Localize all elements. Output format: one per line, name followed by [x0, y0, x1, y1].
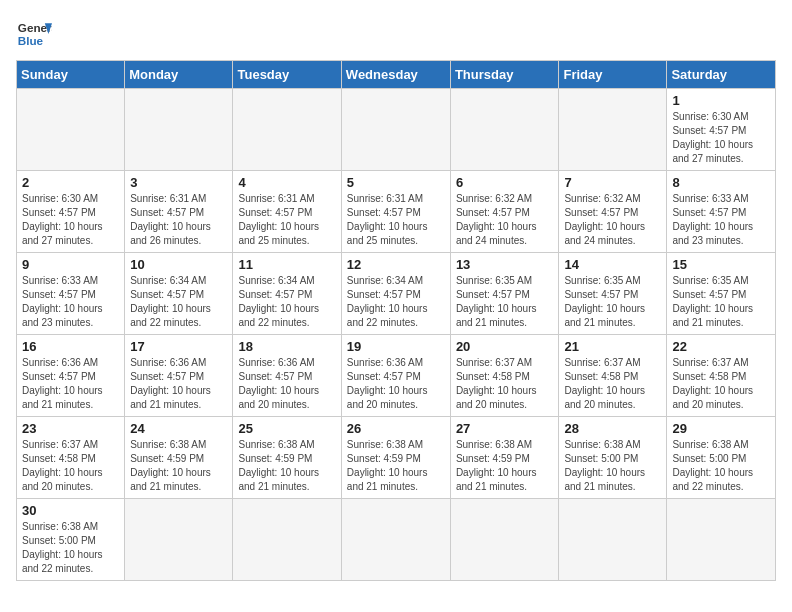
day-info: Sunrise: 6:38 AM Sunset: 5:00 PM Dayligh…: [22, 520, 119, 576]
day-number: 5: [347, 175, 445, 190]
day-info: Sunrise: 6:38 AM Sunset: 4:59 PM Dayligh…: [238, 438, 335, 494]
calendar-cell: 11Sunrise: 6:34 AM Sunset: 4:57 PM Dayli…: [233, 253, 341, 335]
calendar-cell: [667, 499, 776, 581]
calendar-cell: 30Sunrise: 6:38 AM Sunset: 5:00 PM Dayli…: [17, 499, 125, 581]
calendar-week-row: 30Sunrise: 6:38 AM Sunset: 5:00 PM Dayli…: [17, 499, 776, 581]
svg-text:Blue: Blue: [18, 34, 44, 47]
day-number: 12: [347, 257, 445, 272]
day-number: 2: [22, 175, 119, 190]
calendar-cell: [17, 89, 125, 171]
day-info: Sunrise: 6:30 AM Sunset: 4:57 PM Dayligh…: [22, 192, 119, 248]
calendar-cell: 2Sunrise: 6:30 AM Sunset: 4:57 PM Daylig…: [17, 171, 125, 253]
day-info: Sunrise: 6:35 AM Sunset: 4:57 PM Dayligh…: [672, 274, 770, 330]
day-number: 19: [347, 339, 445, 354]
day-info: Sunrise: 6:31 AM Sunset: 4:57 PM Dayligh…: [347, 192, 445, 248]
day-number: 29: [672, 421, 770, 436]
day-number: 25: [238, 421, 335, 436]
calendar-cell: [559, 499, 667, 581]
calendar-cell: 7Sunrise: 6:32 AM Sunset: 4:57 PM Daylig…: [559, 171, 667, 253]
calendar-cell: 29Sunrise: 6:38 AM Sunset: 5:00 PM Dayli…: [667, 417, 776, 499]
day-info: Sunrise: 6:38 AM Sunset: 5:00 PM Dayligh…: [564, 438, 661, 494]
calendar-week-row: 16Sunrise: 6:36 AM Sunset: 4:57 PM Dayli…: [17, 335, 776, 417]
day-info: Sunrise: 6:36 AM Sunset: 4:57 PM Dayligh…: [347, 356, 445, 412]
calendar-cell: [341, 89, 450, 171]
calendar-cell: 17Sunrise: 6:36 AM Sunset: 4:57 PM Dayli…: [125, 335, 233, 417]
day-info: Sunrise: 6:36 AM Sunset: 4:57 PM Dayligh…: [130, 356, 227, 412]
day-number: 11: [238, 257, 335, 272]
day-number: 14: [564, 257, 661, 272]
calendar-cell: 21Sunrise: 6:37 AM Sunset: 4:58 PM Dayli…: [559, 335, 667, 417]
calendar-cell: [450, 499, 559, 581]
calendar-cell: [125, 89, 233, 171]
day-number: 9: [22, 257, 119, 272]
page-header: General Blue: [16, 16, 776, 52]
calendar-cell: 5Sunrise: 6:31 AM Sunset: 4:57 PM Daylig…: [341, 171, 450, 253]
column-header-wednesday: Wednesday: [341, 61, 450, 89]
day-number: 27: [456, 421, 554, 436]
day-number: 23: [22, 421, 119, 436]
day-info: Sunrise: 6:33 AM Sunset: 4:57 PM Dayligh…: [672, 192, 770, 248]
day-info: Sunrise: 6:32 AM Sunset: 4:57 PM Dayligh…: [564, 192, 661, 248]
calendar-cell: 18Sunrise: 6:36 AM Sunset: 4:57 PM Dayli…: [233, 335, 341, 417]
day-info: Sunrise: 6:38 AM Sunset: 4:59 PM Dayligh…: [130, 438, 227, 494]
calendar-cell: 13Sunrise: 6:35 AM Sunset: 4:57 PM Dayli…: [450, 253, 559, 335]
day-number: 3: [130, 175, 227, 190]
day-number: 15: [672, 257, 770, 272]
day-number: 28: [564, 421, 661, 436]
calendar-cell: 15Sunrise: 6:35 AM Sunset: 4:57 PM Dayli…: [667, 253, 776, 335]
day-info: Sunrise: 6:37 AM Sunset: 4:58 PM Dayligh…: [564, 356, 661, 412]
day-number: 1: [672, 93, 770, 108]
day-info: Sunrise: 6:34 AM Sunset: 4:57 PM Dayligh…: [347, 274, 445, 330]
calendar-cell: 20Sunrise: 6:37 AM Sunset: 4:58 PM Dayli…: [450, 335, 559, 417]
calendar-cell: 6Sunrise: 6:32 AM Sunset: 4:57 PM Daylig…: [450, 171, 559, 253]
column-header-tuesday: Tuesday: [233, 61, 341, 89]
day-number: 21: [564, 339, 661, 354]
day-info: Sunrise: 6:38 AM Sunset: 4:59 PM Dayligh…: [456, 438, 554, 494]
calendar-cell: 8Sunrise: 6:33 AM Sunset: 4:57 PM Daylig…: [667, 171, 776, 253]
calendar-cell: 3Sunrise: 6:31 AM Sunset: 4:57 PM Daylig…: [125, 171, 233, 253]
day-number: 8: [672, 175, 770, 190]
calendar-cell: 12Sunrise: 6:34 AM Sunset: 4:57 PM Dayli…: [341, 253, 450, 335]
day-info: Sunrise: 6:37 AM Sunset: 4:58 PM Dayligh…: [672, 356, 770, 412]
calendar-week-row: 2Sunrise: 6:30 AM Sunset: 4:57 PM Daylig…: [17, 171, 776, 253]
calendar-cell: 24Sunrise: 6:38 AM Sunset: 4:59 PM Dayli…: [125, 417, 233, 499]
day-info: Sunrise: 6:30 AM Sunset: 4:57 PM Dayligh…: [672, 110, 770, 166]
day-info: Sunrise: 6:34 AM Sunset: 4:57 PM Dayligh…: [238, 274, 335, 330]
calendar-cell: 1Sunrise: 6:30 AM Sunset: 4:57 PM Daylig…: [667, 89, 776, 171]
calendar-cell: [341, 499, 450, 581]
logo-icon: General Blue: [16, 16, 52, 52]
day-info: Sunrise: 6:37 AM Sunset: 4:58 PM Dayligh…: [456, 356, 554, 412]
column-header-friday: Friday: [559, 61, 667, 89]
calendar-header-row: SundayMondayTuesdayWednesdayThursdayFrid…: [17, 61, 776, 89]
calendar-cell: [233, 89, 341, 171]
day-number: 24: [130, 421, 227, 436]
day-info: Sunrise: 6:33 AM Sunset: 4:57 PM Dayligh…: [22, 274, 119, 330]
calendar-cell: 27Sunrise: 6:38 AM Sunset: 4:59 PM Dayli…: [450, 417, 559, 499]
day-number: 13: [456, 257, 554, 272]
calendar-week-row: 9Sunrise: 6:33 AM Sunset: 4:57 PM Daylig…: [17, 253, 776, 335]
column-header-saturday: Saturday: [667, 61, 776, 89]
day-info: Sunrise: 6:36 AM Sunset: 4:57 PM Dayligh…: [22, 356, 119, 412]
calendar-cell: [125, 499, 233, 581]
day-info: Sunrise: 6:35 AM Sunset: 4:57 PM Dayligh…: [456, 274, 554, 330]
day-number: 6: [456, 175, 554, 190]
day-info: Sunrise: 6:32 AM Sunset: 4:57 PM Dayligh…: [456, 192, 554, 248]
calendar-cell: [559, 89, 667, 171]
calendar-cell: 26Sunrise: 6:38 AM Sunset: 4:59 PM Dayli…: [341, 417, 450, 499]
day-number: 20: [456, 339, 554, 354]
calendar-cell: 10Sunrise: 6:34 AM Sunset: 4:57 PM Dayli…: [125, 253, 233, 335]
day-info: Sunrise: 6:37 AM Sunset: 4:58 PM Dayligh…: [22, 438, 119, 494]
day-info: Sunrise: 6:36 AM Sunset: 4:57 PM Dayligh…: [238, 356, 335, 412]
calendar-week-row: 1Sunrise: 6:30 AM Sunset: 4:57 PM Daylig…: [17, 89, 776, 171]
day-number: 16: [22, 339, 119, 354]
day-number: 4: [238, 175, 335, 190]
calendar-cell: 22Sunrise: 6:37 AM Sunset: 4:58 PM Dayli…: [667, 335, 776, 417]
calendar-cell: 19Sunrise: 6:36 AM Sunset: 4:57 PM Dayli…: [341, 335, 450, 417]
day-info: Sunrise: 6:38 AM Sunset: 4:59 PM Dayligh…: [347, 438, 445, 494]
day-info: Sunrise: 6:35 AM Sunset: 4:57 PM Dayligh…: [564, 274, 661, 330]
day-number: 30: [22, 503, 119, 518]
column-header-monday: Monday: [125, 61, 233, 89]
day-number: 18: [238, 339, 335, 354]
calendar-week-row: 23Sunrise: 6:37 AM Sunset: 4:58 PM Dayli…: [17, 417, 776, 499]
day-number: 22: [672, 339, 770, 354]
